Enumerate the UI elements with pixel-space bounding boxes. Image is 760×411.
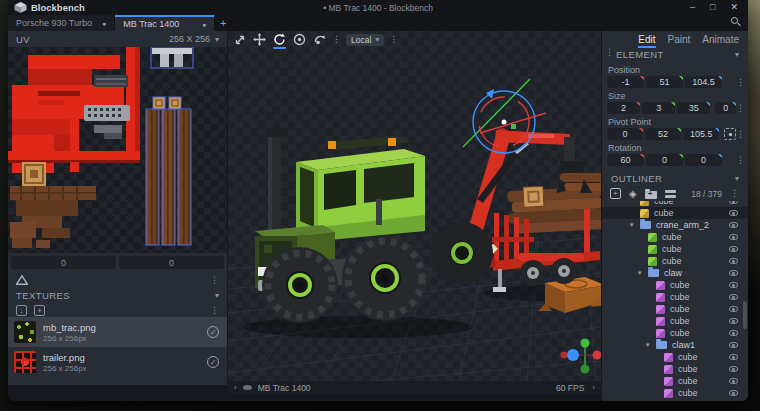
outliner-row[interactable]: ▾ claw	[602, 267, 748, 279]
chevron-left-icon[interactable]: ‹	[234, 383, 237, 392]
kebab-menu-icon[interactable]: ⋮	[730, 189, 739, 198]
uv-resolution-select[interactable]: 256 X 256 ▾	[169, 34, 219, 44]
expand-chevron-icon[interactable]: ▾	[630, 221, 640, 229]
visibility-eye-icon[interactable]	[729, 330, 738, 337]
maximize-icon[interactable]: □	[710, 0, 715, 15]
visibility-eye-icon[interactable]	[729, 354, 738, 361]
rotation-x-field[interactable]: 60	[607, 154, 644, 166]
visibility-eye-icon[interactable]	[729, 222, 738, 229]
element-panel-header[interactable]: ⋮ ELEMENT ▾	[602, 47, 748, 62]
position-y-field[interactable]: 51	[646, 76, 683, 88]
visibility-eye-icon[interactable]	[729, 234, 738, 241]
texture-item-mb-trac[interactable]: mb_trac.png 256 x 256px ✓	[8, 317, 227, 347]
kebab-menu-icon[interactable]: ⋮	[332, 35, 341, 44]
uv-panel-header[interactable]: UV 256 X 256 ▾	[8, 31, 227, 47]
texture-assigned-check-icon[interactable]: ✓	[207, 326, 219, 338]
outliner-row[interactable]: ▾ cube	[602, 207, 748, 219]
tab-edit[interactable]: Edit	[638, 34, 655, 45]
rotation-z-field[interactable]: 0	[685, 154, 722, 166]
position-z-field[interactable]: 104.5	[685, 76, 722, 88]
outliner-row[interactable]: ▾ cube	[602, 279, 748, 291]
kebab-menu-icon[interactable]: ⋮	[210, 276, 219, 285]
visibility-eye-icon[interactable]	[729, 318, 738, 325]
add-mesh-icon[interactable]: ◈	[629, 188, 637, 199]
kebab-menu-icon[interactable]: ⋮	[389, 35, 398, 44]
pivot-y-field[interactable]: 52	[645, 128, 681, 140]
uv-mode-icon[interactable]	[16, 275, 28, 285]
size-z-field[interactable]: 35	[677, 102, 710, 114]
tab-mb-trac-1400[interactable]: MB Trac 1400 ●	[115, 15, 215, 31]
outliner-row[interactable]: ▾ cube	[602, 255, 748, 267]
visibility-eye-icon[interactable]	[729, 378, 738, 385]
uv-slider-y[interactable]: 0	[119, 256, 224, 269]
tab-paint[interactable]: Paint	[668, 34, 691, 45]
visibility-eye-icon[interactable]	[729, 201, 738, 204]
kebab-menu-icon[interactable]: ⋮	[736, 104, 745, 113]
visibility-eye-icon[interactable]	[729, 294, 738, 301]
pivot-tool-icon[interactable]	[312, 33, 327, 47]
search-icon[interactable]	[731, 17, 742, 28]
create-texture-icon[interactable]: +	[34, 305, 45, 316]
expand-chevron-icon[interactable]: ▾	[638, 269, 648, 277]
move-tool-icon[interactable]	[252, 33, 267, 47]
scale-tool-icon[interactable]	[292, 33, 307, 47]
outliner-row[interactable]: ▾ cube	[602, 351, 748, 363]
camera-icon[interactable]	[243, 385, 252, 390]
rotate-tool-icon[interactable]	[272, 33, 287, 47]
kebab-menu-icon[interactable]: ⋮	[736, 130, 745, 139]
visibility-eye-icon[interactable]	[729, 210, 738, 217]
outliner-row[interactable]: ▾ cube	[602, 231, 748, 243]
transform-space-select[interactable]: Local ▾	[346, 34, 384, 46]
visibility-eye-icon[interactable]	[729, 366, 738, 373]
rotation-y-field[interactable]: 0	[646, 154, 683, 166]
transform-tool-icon[interactable]	[232, 33, 247, 47]
drag-handle-icon[interactable]: ⋮	[605, 48, 614, 57]
outliner-row[interactable]: ▾ cube	[602, 375, 748, 387]
visibility-eye-icon[interactable]	[729, 342, 738, 349]
visibility-eye-icon[interactable]	[729, 270, 738, 277]
viewport-3d[interactable]: ⋮ Local ▾ ⋮ ‹ MB Trac 1400 60 FPS ›	[228, 31, 601, 394]
outliner-row[interactable]: ▾ cube	[602, 303, 748, 315]
size-y-field[interactable]: 3	[642, 102, 675, 114]
size-x-field[interactable]: 2	[607, 102, 640, 114]
visibility-eye-icon[interactable]	[729, 282, 738, 289]
outliner-row[interactable]: ▾ cube	[602, 291, 748, 303]
kebab-menu-icon[interactable]: ⋮	[736, 156, 745, 165]
add-cube-icon[interactable]: +	[610, 188, 621, 199]
outliner-row[interactable]: ▾ claw1	[602, 339, 748, 351]
pivot-z-field[interactable]: 105.5	[683, 128, 719, 140]
unsaved-dot-icon[interactable]: ●	[92, 20, 106, 27]
outliner-row[interactable]: ▾ crane_arm_2	[602, 219, 748, 231]
toggle-list-icon[interactable]	[665, 190, 676, 198]
unsaved-dot-icon[interactable]: ●	[192, 21, 206, 28]
outliner-row[interactable]: ▾ cube	[602, 327, 748, 339]
visibility-eye-icon[interactable]	[729, 390, 738, 397]
import-texture-icon[interactable]: ↓	[16, 305, 27, 316]
tab-porsche-930-turbo[interactable]: Porsche 930 Turbo ●	[8, 15, 115, 31]
pivot-center-icon[interactable]	[724, 128, 736, 140]
outliner-row[interactable]: ▾ cube	[602, 399, 748, 401]
outliner-row[interactable]: ▾ cube	[602, 363, 748, 375]
add-group-icon[interactable]	[645, 191, 657, 199]
outliner-row[interactable]: ▾ cube	[602, 387, 748, 399]
visibility-eye-icon[interactable]	[729, 306, 738, 313]
close-icon[interactable]: ✕	[730, 0, 738, 15]
visibility-eye-icon[interactable]	[729, 258, 738, 265]
kebab-menu-icon[interactable]: ⋮	[210, 306, 219, 315]
tab-animate[interactable]: Animate	[702, 34, 739, 45]
outliner-row[interactable]: ▾ cube	[602, 243, 748, 255]
expand-chevron-icon[interactable]: ▾	[646, 341, 656, 349]
texture-assigned-check-icon[interactable]: ✓	[207, 356, 219, 368]
new-tab-button[interactable]: +	[215, 15, 231, 31]
pivot-x-field[interactable]: 0	[607, 128, 643, 140]
kebab-menu-icon[interactable]: ⋮	[736, 78, 745, 87]
position-x-field[interactable]: -1	[607, 76, 644, 88]
inflate-field[interactable]: 0	[715, 102, 736, 114]
textures-panel-header[interactable]: TEXTURES ▾	[8, 288, 227, 303]
texture-item-trailer[interactable]: trailer.png 256 x 256px ✓	[8, 347, 227, 377]
visibility-eye-icon[interactable]	[729, 246, 738, 253]
minimize-icon[interactable]: –	[690, 0, 695, 15]
uv-slider-x[interactable]: 0	[11, 256, 116, 269]
uv-editor-canvas[interactable]	[8, 47, 227, 253]
chevron-right-icon[interactable]: ›	[592, 383, 595, 392]
